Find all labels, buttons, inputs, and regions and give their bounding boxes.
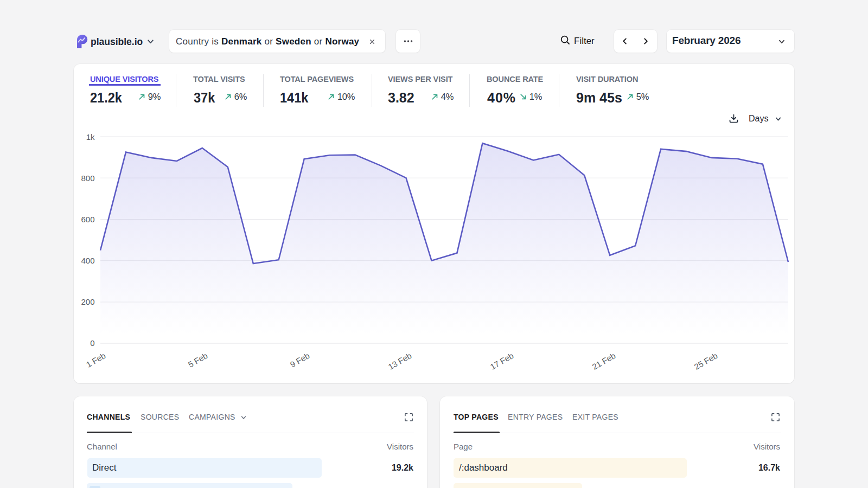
svg-text:25 Feb: 25 Feb — [693, 351, 719, 371]
svg-text:5 Feb: 5 Feb — [187, 351, 209, 369]
svg-text:13 Feb: 13 Feb — [387, 351, 413, 371]
svg-text:1 Feb: 1 Feb — [85, 351, 107, 369]
svg-text:200: 200 — [81, 297, 94, 306]
svg-text:0: 0 — [90, 338, 94, 348]
svg-text:9 Feb: 9 Feb — [289, 351, 311, 369]
svg-text:600: 600 — [81, 215, 94, 224]
svg-text:21 Feb: 21 Feb — [591, 351, 617, 371]
svg-text:1k: 1k — [86, 132, 95, 142]
svg-text:400: 400 — [81, 256, 94, 265]
svg-text:800: 800 — [81, 174, 94, 183]
svg-text:17 Feb: 17 Feb — [489, 351, 515, 371]
